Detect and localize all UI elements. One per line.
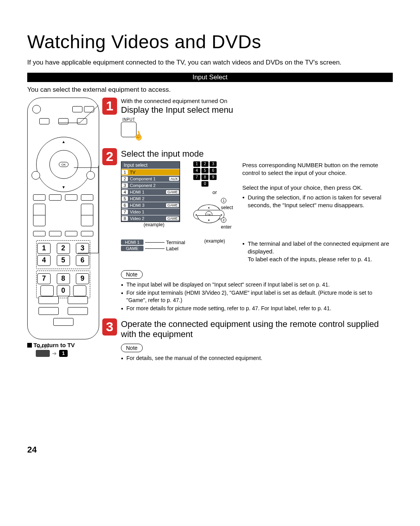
step-number-3: 3 [102,318,117,336]
remote-button [72,106,82,112]
arrow-up-icon: ▴ [208,206,210,209]
nav-ring: ▲ ▼ OK [36,137,91,192]
step2-title: Select the input mode [121,149,393,159]
arrow-right-icon: ▸ [221,213,222,217]
remote-button [38,296,59,304]
step-number-2: 2 [102,148,117,165]
example-caption: (example) [193,238,236,244]
num-key-2: 2 [57,243,70,254]
arrow-down-icon: ▼ [62,185,66,189]
remote-button [32,105,41,114]
page-title: Watching Videos and DVDs [27,31,393,52]
step1-title: Display the Input select menu [121,105,393,115]
example-caption: (example) [121,222,187,227]
num-key-3: 3 [76,243,89,254]
step2-bullet: During the selection, if no action is ta… [242,194,393,210]
color-button [33,231,46,236]
arrow-up-icon: ▲ [62,140,66,144]
note-item: For side input terminals (HDMI 3/Video 2… [121,289,393,304]
num-key-blank: . [73,285,86,296]
num-key-4: 4 [37,255,51,266]
num-key-9: 9 [76,273,89,284]
ok-button: OK [59,162,69,167]
step3-title: Operate the connected equipment using th… [121,319,393,340]
num-key-1: 1 [37,243,51,254]
step2-text-a: Press corresponding NUMBER button on the… [242,161,393,177]
remote-button [86,171,95,180]
or-separator: or [193,189,236,195]
remote-button [65,194,77,201]
note-item: The input label will be displayed on "In… [121,281,393,288]
remote-button [58,118,68,124]
remote-button [68,307,88,315]
num-key-blank: . [40,285,54,296]
input-select-menu: Input select 1TV 2Component 1AUX 3Compon… [121,161,180,222]
note-item: For details, see the manual of the conne… [121,355,393,362]
color-button [49,231,61,236]
input-button-icon [36,350,50,357]
section-header: Input Select [27,73,393,82]
volume-rocker [33,204,46,226]
num-key-6: 6 [76,255,89,266]
remote-button [33,194,46,201]
terminal-text: Terminal [166,239,185,245]
num-key-7: 7 [37,273,51,284]
step2-text-b: Select the input of your choice, then pr… [242,184,393,192]
input-button-figure: INPUT ☝ [121,117,136,137]
remote-button [77,118,87,124]
arrow-down-icon: ▾ [208,218,210,222]
return-to-tv: To return to TV INPUT ➔ 1 [27,342,99,357]
number-grid-figure: 123 456 789 0 [193,161,217,188]
arrow-left-icon: ◂ [195,213,197,217]
note-pill: Note [121,270,143,279]
label-chip: GAME [121,246,144,251]
step2-bullet: The terminal and label of the connected … [242,240,393,264]
step1-pretext: With the connected equipment turned On [121,98,393,104]
num-key-0: 0 [57,285,70,296]
remote-numpad: 1 2 3 4 5 6 7 8 [36,240,90,300]
input-button-label: INPUT [121,117,136,122]
remote-button [53,318,74,326]
note-pill: Note [121,344,143,352]
terminal-chip: HDMI 1 [121,239,144,245]
square-icon [27,343,32,348]
section-intro: You can select the external equipment to… [27,86,393,94]
remote-button [32,171,40,180]
input-mini-label: INPUT [37,345,49,349]
terminal-label-figure: HDMI 1 Terminal GAME Label [121,239,185,252]
num-chip-1: 1 [59,350,68,357]
remote-button [49,194,61,201]
remote-illustration: ▲ ▼ OK [27,98,99,339]
label-text: Label [166,246,178,252]
menu-header: Input select [121,162,180,169]
intro-text: If you have applicable equipment connect… [27,58,393,67]
remote-button [81,194,93,201]
nav-oval-figure: ▴ ◂ OK ▸ ▾ [193,204,219,223]
page-number: 24 [27,445,37,455]
arrow-right-icon: ➔ [52,350,57,356]
step-number-1: 1 [102,98,117,115]
circled-1-icon: 1 [221,198,226,203]
num-key-8: 8 [57,273,70,284]
channel-rocker [81,204,93,226]
num-key-5: 5 [57,255,70,266]
color-button [81,231,93,236]
remote-button [38,307,59,315]
remote-button [84,106,94,112]
remote-button [68,296,88,304]
remote-button [39,118,49,124]
note-item: For more details for picture mode settin… [121,305,393,312]
color-button [65,231,77,236]
